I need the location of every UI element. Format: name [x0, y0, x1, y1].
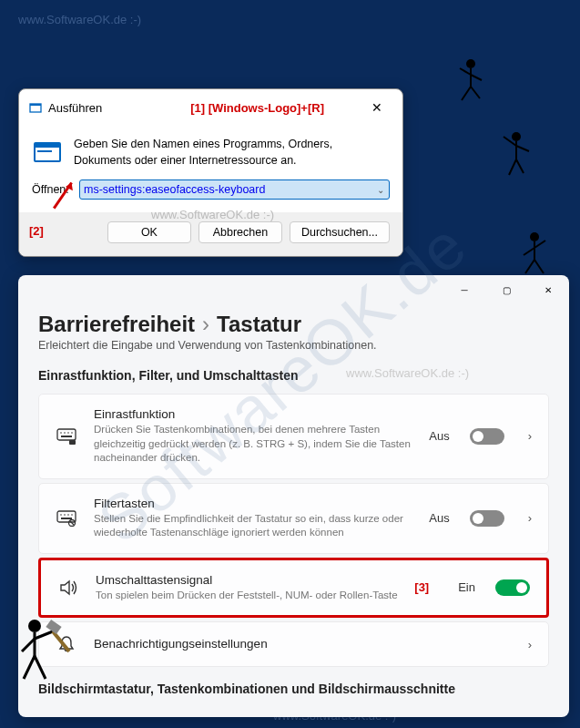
close-button[interactable]: ✕: [361, 97, 393, 118]
toggle-keys-toggle[interactable]: [495, 579, 530, 596]
minimize-button[interactable]: ─: [443, 275, 485, 304]
filter-keys-desc: Stellen Sie die Empfindlichkeit der Tast…: [94, 512, 412, 540]
toggle-keys-title: Umschalttastensignal: [96, 573, 398, 587]
svg-point-29: [71, 432, 73, 434]
settings-window: ─ ▢ ✕ Barrierefreiheit › Tastatur Erleic…: [18, 275, 569, 717]
ok-button[interactable]: OK: [107, 221, 191, 243]
svg-point-12: [530, 232, 539, 241]
sticky-keys-desc: Drücken Sie Tastenkombinationen, bei den…: [94, 423, 412, 466]
filter-keys-state: Aus: [429, 511, 449, 525]
svg-line-17: [534, 260, 544, 273]
run-combobox[interactable]: ⌄: [79, 179, 390, 200]
chevron-right-icon[interactable]: ›: [528, 429, 532, 443]
svg-line-3: [471, 75, 482, 80]
svg-line-10: [509, 159, 516, 175]
settings-titlebar: ─ ▢ ✕: [18, 275, 569, 312]
section-title-2: Bildschirmtastatur, Tastenkombinationen …: [38, 682, 549, 696]
filter-keys-title: Filtertasten: [94, 497, 412, 510]
stick-figure-hammer-icon: [16, 615, 80, 692]
chevron-right-icon: ›: [202, 312, 209, 337]
sticky-keys-card[interactable]: Einrastfunktion Drücken Sie Tastenkombin…: [38, 394, 549, 479]
svg-line-15: [534, 241, 545, 248]
svg-point-6: [512, 132, 521, 141]
settings-content: Barrierefreiheit › Tastatur Erleichtert …: [18, 312, 569, 717]
breadcrumb-current: Tastatur: [217, 312, 301, 337]
toggle-keys-card[interactable]: Umschalttastensignal Ton spielen beim Dr…: [38, 558, 549, 619]
svg-rect-22: [37, 150, 52, 152]
svg-point-40: [28, 620, 41, 632]
run-body: Geben Sie den Namen eines Programms, Ord…: [19, 126, 402, 176]
watermark-text: www.SoftwareOK.de :-): [346, 366, 469, 380]
sticky-keys-state: Aus: [429, 429, 449, 443]
svg-point-28: [67, 432, 69, 434]
run-dialog: Ausführen [1] [Windows-Logo]+[R] ✕ Geben…: [18, 88, 403, 257]
keyboard-filter-icon: [56, 510, 77, 527]
run-titlebar: Ausführen [1] [Windows-Logo]+[R] ✕: [19, 89, 402, 126]
svg-rect-31: [69, 440, 76, 445]
svg-line-46: [53, 631, 69, 651]
svg-line-2: [460, 68, 471, 75]
svg-line-39: [70, 520, 75, 525]
section-title: Einrastfunktion, Filter, und Umschalttas…: [38, 368, 549, 383]
svg-line-14: [524, 248, 534, 255]
svg-point-36: [71, 514, 73, 516]
browse-button[interactable]: Durchsuchen...: [290, 221, 390, 243]
svg-line-9: [516, 146, 529, 151]
run-title: Ausführen: [48, 101, 190, 115]
svg-rect-21: [35, 143, 60, 148]
annotation-1: [1] [Windows-Logo]+[R]: [190, 101, 324, 115]
svg-rect-19: [30, 104, 41, 106]
watermark-text: www.SoftwareOK.de :-): [151, 208, 274, 221]
svg-line-45: [35, 656, 46, 679]
svg-point-35: [67, 514, 69, 516]
sticky-keys-toggle[interactable]: [470, 428, 504, 445]
svg-line-4: [462, 87, 471, 100]
svg-line-16: [525, 260, 534, 273]
keyboard-icon: [56, 428, 77, 445]
stick-figure-icon: [498, 128, 534, 182]
svg-line-11: [516, 159, 524, 173]
filter-keys-card[interactable]: Filtertasten Stellen Sie die Empfindlich…: [38, 483, 549, 554]
svg-point-27: [64, 432, 66, 434]
chevron-down-icon[interactable]: ⌄: [377, 185, 384, 195]
toggle-keys-state: Ein: [458, 580, 475, 594]
notification-settings-title: Benachrichtigungseinstellungen: [94, 637, 504, 651]
stick-figure-icon: [516, 228, 553, 282]
stick-figure-icon: [453, 55, 489, 109]
svg-line-43: [22, 639, 35, 651]
svg-point-26: [60, 432, 62, 434]
svg-rect-25: [57, 429, 76, 440]
run-icon: [28, 100, 43, 115]
toggle-keys-desc: Ton spielen beim Drücken der Feststell-,…: [96, 589, 398, 603]
notification-settings-card[interactable]: Benachrichtigungseinstellungen ›: [38, 621, 549, 667]
annotation-3: [3]: [414, 580, 429, 594]
breadcrumb-parent[interactable]: Barrierefreiheit: [38, 312, 195, 337]
sticky-keys-title: Einrastfunktion: [94, 407, 412, 421]
svg-line-5: [471, 87, 480, 98]
svg-rect-37: [61, 518, 72, 519]
svg-point-34: [64, 514, 66, 516]
svg-line-44: [24, 656, 35, 679]
svg-point-33: [60, 514, 62, 516]
svg-rect-30: [61, 436, 72, 437]
chevron-right-icon[interactable]: ›: [528, 511, 532, 525]
watermark-text: www.SoftwareOK.de :-): [18, 13, 141, 26]
annotation-2: [2]: [29, 224, 44, 238]
svg-line-42: [35, 631, 53, 639]
cancel-button[interactable]: Abbrechen: [198, 221, 282, 243]
chevron-right-icon[interactable]: ›: [528, 638, 532, 651]
run-large-icon: [32, 137, 63, 168]
speaker-icon: [57, 578, 79, 598]
breadcrumb: Barrierefreiheit › Tastatur: [38, 312, 549, 337]
run-description: Geben Sie den Namen eines Programms, Ord…: [74, 137, 390, 169]
run-input[interactable]: [79, 179, 390, 200]
svg-point-0: [466, 59, 475, 68]
filter-keys-toggle[interactable]: [470, 510, 504, 527]
page-subtitle: Erleichtert die Eingabe und Verwendung v…: [38, 339, 549, 352]
